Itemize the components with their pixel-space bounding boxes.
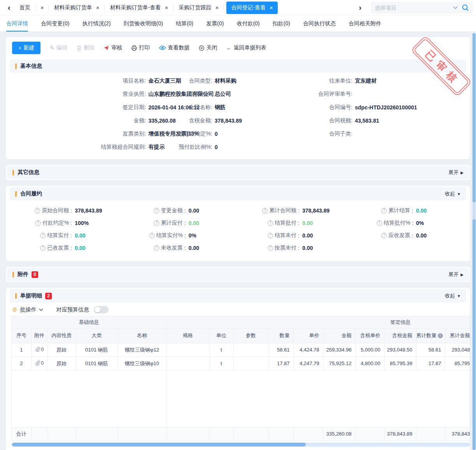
top-tab-bar: ‹ 首页 × 材料采购订货单 × 材料采购订货单-查看 × 采购订货跟踪 × 合… bbox=[0, 0, 476, 16]
expand-toggle[interactable]: 展开 ▶ bbox=[448, 169, 464, 176]
field-tax-incl-amount: 含税金额378,843.89 bbox=[170, 114, 309, 127]
project-select[interactable] bbox=[371, 2, 473, 14]
project-select-input[interactable] bbox=[375, 5, 451, 11]
col-amount: 金额 bbox=[323, 328, 355, 343]
batch-operations-button[interactable]: 批操作 bbox=[20, 306, 36, 313]
table-row[interactable]: 2 0 原始 0101 钢筋 螺纹三级钢φ10 t 17.87 4,247.79… bbox=[12, 357, 470, 370]
question-icon[interactable]: ? bbox=[149, 233, 155, 238]
perf-invoice-receivable: ?应收发票0.00 bbox=[359, 229, 472, 242]
chevron-down-icon[interactable] bbox=[453, 6, 458, 9]
tabs-scroll-left-icon[interactable]: ‹ bbox=[4, 3, 14, 12]
batch-operations-row: ⚙ 批操作 对应预算信息 bbox=[6, 302, 470, 316]
section-title: 单据明细 bbox=[20, 292, 42, 299]
col-tax-amount: 含税金额 bbox=[384, 328, 416, 343]
printer-icon bbox=[131, 45, 137, 51]
vertical-scrollbar[interactable] bbox=[472, 33, 476, 450]
perf-settle-unpaid: ?结算未付0.00 bbox=[245, 229, 359, 242]
col-cum-qty: 累计数量i bbox=[416, 328, 445, 343]
tabs-scroll-right-icon[interactable]: › bbox=[355, 3, 365, 12]
delete-button[interactable]: 删除 bbox=[76, 44, 95, 51]
edit-button[interactable]: ✎ 编辑 bbox=[49, 44, 67, 51]
budget-info-label: 对应预算信息 bbox=[56, 306, 89, 313]
question-icon[interactable]: ? bbox=[154, 208, 159, 213]
question-icon[interactable]: ? bbox=[268, 233, 273, 238]
question-icon[interactable]: ? bbox=[268, 220, 273, 226]
question-icon[interactable]: ? bbox=[377, 220, 382, 226]
question-icon[interactable]: ? bbox=[381, 233, 387, 238]
question-icon[interactable]: ? bbox=[40, 245, 46, 251]
collapse-toggle[interactable]: 收起 ▼ bbox=[445, 292, 461, 299]
field-prepay-ratio: 预付款比例%0 bbox=[170, 141, 309, 154]
question-icon[interactable]: ? bbox=[268, 245, 273, 251]
tab-exec-status[interactable]: 合同执行状态 bbox=[303, 16, 336, 32]
audit-button[interactable]: 审核 bbox=[104, 44, 122, 51]
horizontal-scrollbar-thumb[interactable] bbox=[12, 443, 306, 446]
tab-contract-change[interactable]: 合同变更(0) bbox=[41, 16, 69, 32]
tab-payment[interactable]: 收付款(0) bbox=[237, 16, 260, 32]
tab-deduction[interactable]: 扣款(0) bbox=[273, 16, 290, 32]
expand-arrow-icon: ▶ bbox=[460, 272, 464, 277]
question-icon[interactable]: ? bbox=[35, 208, 40, 213]
print-button[interactable]: 打印 bbox=[131, 44, 150, 51]
close-tab-icon[interactable]: × bbox=[96, 4, 99, 11]
accent-bar bbox=[12, 170, 14, 176]
attachment-cell[interactable]: 0 bbox=[31, 343, 48, 357]
table-row[interactable]: 1 0 原始 0101 钢筋 螺纹三级钢φ12 t 58.61 4,424.78… bbox=[12, 343, 470, 357]
close-tab-icon[interactable]: × bbox=[165, 4, 168, 11]
back-to-list-button[interactable]: ← 返回单据列表 bbox=[226, 44, 266, 51]
tab-related-files[interactable]: 合同相关附件 bbox=[349, 16, 381, 32]
section-title: 附件 bbox=[18, 271, 28, 278]
top-tab-contract-view-active[interactable]: 合同登记-查看 × bbox=[226, 2, 277, 14]
vertical-scrollbar-thumb[interactable] bbox=[472, 33, 476, 202]
close-tab-icon[interactable]: × bbox=[270, 4, 273, 11]
question-icon[interactable]: ? bbox=[35, 220, 41, 226]
field-contract-type: 合同类型材料采购 bbox=[170, 74, 309, 88]
section-title: 基本信息 bbox=[20, 63, 42, 70]
total-cum-amount: 378,843 bbox=[445, 427, 470, 441]
expand-toggle[interactable]: 展开 ▶ bbox=[448, 271, 464, 278]
info-icon[interactable]: i bbox=[438, 333, 443, 338]
top-tab-material-order[interactable]: 材料采购订货单 × bbox=[49, 4, 104, 11]
horizontal-scrollbar[interactable] bbox=[11, 443, 470, 446]
basic-info-card: +新建 ✎ 编辑 删除 审核 打印 bbox=[5, 37, 471, 160]
field-counterparty: 往来单位宜东建材 bbox=[309, 74, 466, 88]
field-company-name: 公司名称总公司 bbox=[170, 88, 309, 101]
perf-settle-approved: ?结算批付0.00 bbox=[245, 217, 359, 229]
top-tab-material-order-view[interactable]: 材料采购订货单-查看 × bbox=[105, 4, 173, 11]
tab-settlement[interactable]: 结算(0) bbox=[176, 16, 193, 32]
tab-execution[interactable]: 执行情况(2) bbox=[82, 16, 111, 32]
attachment-cell[interactable]: 0 bbox=[31, 357, 48, 370]
question-icon[interactable]: ? bbox=[154, 220, 159, 226]
top-tab-purchase-track[interactable]: 采购订货跟踪 × bbox=[174, 4, 224, 11]
question-icon[interactable]: ? bbox=[40, 233, 46, 238]
group-header-basic: 基础信息 bbox=[12, 316, 166, 328]
field-review-no: 合同评审单号 bbox=[309, 88, 466, 101]
perf-cum-settle: ?累计结算0.00 bbox=[359, 204, 472, 217]
tab-arrival-detail[interactable]: 到货验收明细(0) bbox=[123, 16, 163, 32]
new-button[interactable]: +新建 bbox=[12, 42, 41, 54]
close-tab-icon[interactable]: × bbox=[215, 4, 219, 11]
question-icon[interactable]: ? bbox=[262, 208, 268, 213]
question-icon[interactable]: ? bbox=[154, 245, 159, 251]
col-attachment: 附件 bbox=[31, 328, 48, 343]
perf-change-amount: ?变更金额0.00 bbox=[131, 204, 245, 217]
vertical-scrollbar-thumb[interactable] bbox=[472, 219, 476, 450]
close-button[interactable]: 关闭 bbox=[199, 44, 217, 51]
arrow-left-icon: ← bbox=[226, 45, 232, 51]
field-contract-subtype: 合同子类 bbox=[309, 127, 466, 141]
top-tab-home[interactable]: 首页 bbox=[14, 4, 35, 11]
budget-info-toggle[interactable] bbox=[94, 306, 109, 313]
view-data-button[interactable]: 查看数据 bbox=[159, 44, 190, 51]
tab-separator bbox=[224, 5, 224, 11]
collapse-toggle[interactable]: 收起 ▼ bbox=[445, 190, 461, 197]
col-content-nature: 内容性质 bbox=[48, 328, 76, 343]
tab-contract-detail[interactable]: 合同详情 bbox=[6, 16, 28, 32]
section-title: 其它信息 bbox=[18, 169, 39, 176]
question-icon[interactable]: ? bbox=[381, 208, 387, 213]
section-title: 合同履约 bbox=[20, 190, 42, 197]
tab-invoice[interactable]: 发票(0) bbox=[206, 16, 224, 32]
gear-icon: ⚙ bbox=[12, 306, 17, 313]
search-icon[interactable] bbox=[462, 4, 469, 11]
close-tab-icon[interactable]: × bbox=[36, 4, 49, 11]
chevron-down-icon[interactable] bbox=[39, 308, 43, 311]
